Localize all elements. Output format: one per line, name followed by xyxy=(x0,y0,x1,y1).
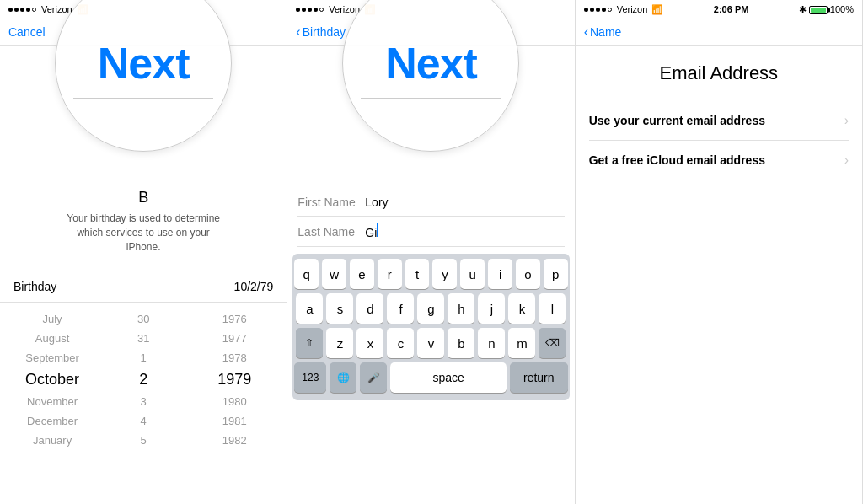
key-k[interactable]: k xyxy=(508,293,535,324)
birthday-content: B Your birthday is used to determinewhic… xyxy=(0,180,287,262)
get-icloud-email-option[interactable]: Get a free iCloud email address › xyxy=(589,141,849,180)
lastname-label: Last Name xyxy=(297,225,365,239)
panel-name: Verizon 📶 ‹ Birthday Next First Name Lor… xyxy=(287,0,575,504)
back-birthday-button[interactable]: ‹ Birthday xyxy=(296,24,346,40)
date-row-january: January 5 1982 xyxy=(7,431,280,450)
key-mic[interactable]: 🎤 xyxy=(360,362,387,393)
signal-icon-2 xyxy=(296,8,324,12)
next-label-1: Next xyxy=(98,38,190,88)
circle-divider-2 xyxy=(361,98,501,99)
wifi-icon-3: 📶 xyxy=(651,4,663,15)
keyboard[interactable]: q w e r t y u i o p a s d f g h j k l ⇧ … xyxy=(292,254,569,400)
key-b[interactable]: b xyxy=(448,328,474,358)
lastname-field[interactable]: Last Name Gi xyxy=(297,217,564,247)
firstname-value: Lory xyxy=(365,196,388,209)
lastname-value: Gi xyxy=(365,223,378,239)
birthday-field: Birthday 10/2/79 xyxy=(0,271,287,303)
key-numbers[interactable]: 123 xyxy=(294,362,326,393)
back-chevron-2: ‹ xyxy=(296,24,300,40)
key-return[interactable]: return xyxy=(510,362,568,393)
key-space[interactable]: space xyxy=(390,362,507,393)
back-label-2: Birthday xyxy=(303,25,346,39)
key-h[interactable]: h xyxy=(448,293,474,324)
birthday-title: B xyxy=(13,189,273,206)
use-current-email-option[interactable]: Use your current email address › xyxy=(589,101,849,141)
circle-divider-1 xyxy=(73,98,213,99)
key-shift[interactable]: ⇧ xyxy=(296,328,323,358)
kb-row-1: q w e r t y u i o p xyxy=(294,259,567,289)
back-name-button[interactable]: ‹ Name xyxy=(584,24,622,40)
email-content: Email Address Use your current email add… xyxy=(576,46,862,180)
date-picker[interactable]: July 30 1976 August 31 1977 September 1 … xyxy=(0,309,287,450)
key-globe[interactable]: 🌐 xyxy=(330,362,356,393)
key-z[interactable]: z xyxy=(326,328,353,358)
date-row-december: December 4 1981 xyxy=(7,411,280,431)
date-row-november: November 3 1980 xyxy=(7,392,280,411)
date-row-september: September 1 1978 xyxy=(7,348,280,367)
kb-row-3: ⇧ z x c v b n m ⌫ xyxy=(294,328,567,358)
next-circle-1[interactable]: Next xyxy=(55,0,232,152)
key-delete[interactable]: ⌫ xyxy=(539,328,566,358)
status-right: ✱ 100% xyxy=(799,4,854,15)
key-j[interactable]: j xyxy=(478,293,505,324)
key-a[interactable]: a xyxy=(296,293,323,324)
next-circle-2[interactable]: Next xyxy=(342,0,519,152)
option1-chevron-icon: › xyxy=(844,113,849,128)
get-icloud-email-label: Get a free iCloud email address xyxy=(589,153,765,167)
key-g[interactable]: g xyxy=(417,293,444,324)
signal-icon xyxy=(8,8,36,12)
name-fields: First Name Lory Last Name Gi xyxy=(287,189,574,247)
firstname-label: First Name xyxy=(297,196,365,209)
date-row-october: October 2 1979 xyxy=(7,367,280,392)
panel-birthday: Verizon 📶 Cancel Next B Your birthday is… xyxy=(0,0,287,504)
status-bar-3: Verizon 📶 2:06 PM ✱ 100% xyxy=(576,0,862,19)
panel-email: Verizon 📶 2:06 PM ✱ 100% ‹ Name Email Ad… xyxy=(576,0,863,504)
key-q[interactable]: q xyxy=(294,259,319,289)
birthday-label: Birthday xyxy=(13,280,56,293)
carrier-label-2: Verizon xyxy=(329,4,360,14)
back-label-1: Cancel xyxy=(8,25,46,39)
time-label: 2:06 PM xyxy=(714,4,749,14)
battery-icon xyxy=(809,4,828,14)
key-r[interactable]: r xyxy=(378,259,402,289)
firstname-field[interactable]: First Name Lory xyxy=(297,189,564,217)
key-y[interactable]: y xyxy=(432,259,457,289)
kb-row-4: 123 🌐 🎤 space return xyxy=(294,362,567,393)
birthday-value: 10/2/79 xyxy=(234,280,274,293)
key-w[interactable]: w xyxy=(322,259,346,289)
key-l[interactable]: l xyxy=(539,293,566,324)
key-e[interactable]: e xyxy=(350,259,374,289)
key-i[interactable]: i xyxy=(488,259,512,289)
key-p[interactable]: p xyxy=(544,259,568,289)
key-t[interactable]: t xyxy=(405,259,430,289)
key-u[interactable]: u xyxy=(460,259,485,289)
text-cursor xyxy=(377,223,378,237)
cancel-button[interactable]: Cancel xyxy=(8,25,46,39)
key-v[interactable]: v xyxy=(417,328,444,358)
key-m[interactable]: m xyxy=(508,328,535,358)
email-title: Email Address xyxy=(589,62,849,84)
key-x[interactable]: x xyxy=(356,328,383,358)
key-n[interactable]: n xyxy=(478,328,505,358)
key-o[interactable]: o xyxy=(516,259,540,289)
nav-bar-3: ‹ Name xyxy=(576,19,862,46)
option2-chevron-icon: › xyxy=(844,153,849,168)
date-row-july: July 30 1976 xyxy=(7,309,280,329)
key-f[interactable]: f xyxy=(387,293,414,324)
use-current-email-label: Use your current email address xyxy=(589,114,765,127)
bluetooth-icon: ✱ xyxy=(799,4,807,15)
carrier-label-3: Verizon xyxy=(617,4,648,14)
back-chevron-3: ‹ xyxy=(584,24,588,40)
back-label-3: Name xyxy=(590,25,621,39)
date-row-august: August 31 1977 xyxy=(7,329,280,348)
kb-row-2: a s d f g h j k l xyxy=(294,293,567,324)
next-label-2: Next xyxy=(385,38,477,88)
battery-label: 100% xyxy=(830,4,854,14)
key-d[interactable]: d xyxy=(356,293,383,324)
birthday-desc: Your birthday is used to determinewhich … xyxy=(13,212,273,254)
key-c[interactable]: c xyxy=(387,328,414,358)
key-s[interactable]: s xyxy=(326,293,353,324)
signal-icon-3 xyxy=(584,8,612,12)
carrier-label-1: Verizon xyxy=(41,4,72,14)
